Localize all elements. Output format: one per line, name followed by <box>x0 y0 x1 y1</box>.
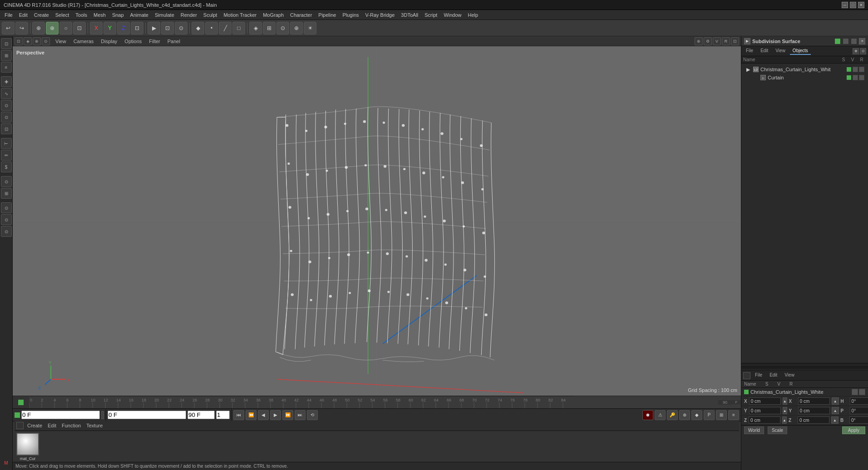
menu-item-mesh[interactable]: Mesh <box>91 11 108 19</box>
viewport-settings[interactable]: ⚙ <box>704 37 712 45</box>
sidebar-deformer-button[interactable]: ⊙ <box>1 112 12 122</box>
key-pos-button[interactable]: P <box>704 410 715 420</box>
key-sel-button[interactable]: ◆ <box>691 410 702 420</box>
menu-item-edit[interactable]: Edit <box>16 11 30 19</box>
attr-y-step[interactable]: ▲ <box>783 407 787 414</box>
tab-view[interactable]: View <box>773 47 788 55</box>
menu-item-plugins[interactable]: Plugins <box>340 11 361 19</box>
axis-z-button[interactable]: Z <box>117 22 130 34</box>
sidebar-camera-button[interactable]: ⊡ <box>1 123 12 134</box>
sidebar-magnet-button[interactable]: ⊙ <box>1 176 12 187</box>
point-mode-button[interactable]: • <box>205 22 218 34</box>
panel-icon2[interactable]: ⊙ <box>860 48 866 54</box>
render-button[interactable]: ▶ <box>148 22 160 34</box>
frame-step-up[interactable] <box>101 411 104 419</box>
lock-button[interactable]: ☀ <box>304 22 316 34</box>
menu-item-tools[interactable]: Tools <box>73 11 90 19</box>
sidebar-objects-button[interactable]: ⊡ <box>1 38 12 49</box>
mat-function-menu[interactable]: Function <box>60 422 83 429</box>
sidebar-null-button[interactable]: ✚ <box>1 76 12 87</box>
tab-edit[interactable]: Edit <box>758 47 771 55</box>
sidebar-motion-button[interactable]: ⊙ <box>1 226 12 237</box>
panel-menu[interactable]: Panel <box>166 38 182 44</box>
rotate-tool-button[interactable]: ○ <box>59 22 72 34</box>
material-button[interactable]: ⊙ <box>276 22 289 34</box>
subdiv-close-button[interactable]: ✕ <box>859 38 865 44</box>
play-reverse-button[interactable]: ◀ <box>258 410 269 420</box>
menu-item-window[interactable]: Window <box>441 11 464 19</box>
attr-x-step[interactable]: ▲ <box>783 397 787 405</box>
key-grid-button[interactable]: ⊞ <box>716 410 727 420</box>
edge-mode-button[interactable]: ╱ <box>219 22 232 34</box>
attr-y2-input[interactable] <box>798 407 830 414</box>
render-active-button[interactable]: ⊙ <box>175 22 187 34</box>
curtain-v-toggle[interactable] <box>859 75 864 80</box>
tree-item-curtain[interactable]: ▷ Curtain <box>750 73 866 82</box>
subdiv-expand-button[interactable]: ▶ <box>744 38 750 44</box>
auto-key-button[interactable]: ⚠ <box>655 410 666 420</box>
sidebar-pen-button[interactable]: ✏ <box>1 150 12 161</box>
tab-objects[interactable]: Objects <box>790 47 811 55</box>
item-s-toggle[interactable] <box>853 67 858 72</box>
sidebar-anim-button[interactable]: ⊙ <box>1 214 12 225</box>
scale-tool-button[interactable]: ⊡ <box>73 22 86 34</box>
attr-y-input[interactable] <box>749 407 781 414</box>
attr-z2-input[interactable] <box>798 416 829 424</box>
menu-item-select[interactable]: Select <box>53 11 72 19</box>
fps-input[interactable] <box>216 411 230 419</box>
viewport-icon2[interactable]: ◈ <box>24 37 32 45</box>
attr-x2-input[interactable] <box>798 397 830 405</box>
viewport-icon1[interactable]: ⊡ <box>15 37 23 45</box>
timeline-scroll[interactable]: F <box>732 400 741 404</box>
snap-button[interactable]: ⊕ <box>290 22 303 34</box>
redo-button[interactable]: ↪ <box>15 22 28 34</box>
object-panel-scrollbar[interactable] <box>741 363 868 367</box>
end-frame-input[interactable] <box>187 411 215 419</box>
cameras-menu[interactable]: Cameras <box>72 38 96 44</box>
material-item[interactable]: mat_Cur <box>16 433 39 461</box>
viewport-expand[interactable]: ⊕ <box>695 37 703 45</box>
filter-menu[interactable]: Filter <box>147 38 162 44</box>
menu-item-simulate[interactable]: Simulate <box>152 11 177 19</box>
attr-p-input[interactable] <box>850 407 868 414</box>
new-object-button[interactable]: ⊕ <box>32 22 45 34</box>
render-region-button[interactable]: ⊡ <box>161 22 174 34</box>
object-mode-button[interactable]: ◆ <box>192 22 204 34</box>
viewport-icon3[interactable]: ⊕ <box>33 37 41 45</box>
subdiv-r-button[interactable] <box>851 38 857 44</box>
menu-item-3dtoall[interactable]: 3DToAll <box>398 11 421 19</box>
curtain-s-toggle[interactable] <box>853 75 858 80</box>
menu-item-mograph[interactable]: MoGraph <box>260 11 286 19</box>
attr-h-input[interactable] <box>850 397 868 405</box>
attr-z2-step[interactable]: ▲ <box>831 416 838 424</box>
tab-file[interactable]: File <box>743 47 756 55</box>
menu-item-create[interactable]: Create <box>31 11 52 19</box>
attr-v-btn[interactable] <box>859 389 865 395</box>
go-start-button[interactable]: ⏮ <box>233 410 244 420</box>
move-tool-button[interactable]: ⊕ <box>46 22 59 34</box>
viewport-v[interactable]: V <box>713 37 721 45</box>
item-v-toggle[interactable] <box>859 67 864 72</box>
menu-item-v-ray-bridge[interactable]: V-Ray Bridge <box>363 11 398 19</box>
key-button[interactable]: 🔑 <box>667 410 678 420</box>
attr-y2-step[interactable]: ▲ <box>832 407 839 414</box>
texture-button[interactable]: ⊞ <box>263 22 276 34</box>
attr-tab-edit[interactable]: Edit <box>767 372 780 379</box>
attr-z-step[interactable]: ▲ <box>782 416 787 424</box>
scale-button[interactable]: Scale <box>768 426 787 434</box>
attr-s-btn[interactable] <box>852 389 858 395</box>
next-key-button[interactable]: ⏭ <box>295 410 306 420</box>
axis-x-button[interactable]: X <box>90 22 103 34</box>
timeline-toggle-button[interactable]: ≡ <box>728 410 739 420</box>
timeline-ruler[interactable]: 0 2 4 6 8 10 12 14 <box>29 396 718 409</box>
viewport-r[interactable]: R <box>722 37 730 45</box>
sidebar-spline-button[interactable]: ∿ <box>1 88 12 99</box>
sidebar-dollar-button[interactable]: $ <box>1 162 12 172</box>
attr-x2-step[interactable]: ▲ <box>832 397 839 405</box>
subdiv-color-s[interactable] <box>834 38 841 44</box>
attr-x-input[interactable] <box>749 397 781 405</box>
play-forward-button[interactable]: ⏩ <box>282 410 293 420</box>
menu-item-help[interactable]: Help <box>465 11 481 19</box>
viewport-maximize[interactable]: ⊡ <box>731 37 739 45</box>
sidebar-grid-button[interactable]: ⊞ <box>1 188 12 199</box>
